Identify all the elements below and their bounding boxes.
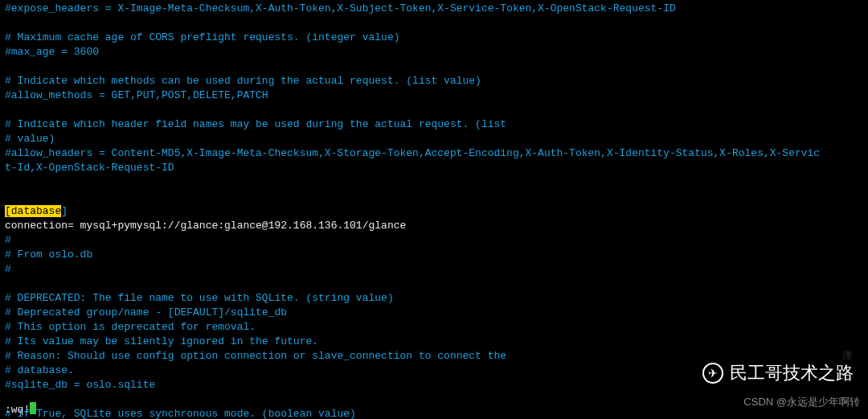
code-line[interactable]: # — [5, 262, 863, 277]
code-line[interactable]: #max_age = 3600 — [5, 45, 863, 60]
code-line[interactable]: # — [5, 233, 863, 248]
bracket-close: ] — [61, 205, 68, 217]
code-line[interactable] — [5, 175, 863, 190]
watermark-main: ✈ 民工哥技术之路 — [702, 363, 854, 384]
code-line[interactable]: # If True, SQLite uses synchronous mode.… — [5, 407, 863, 419]
code-line[interactable]: # DEPRECATED: The file name to use with … — [5, 291, 863, 306]
vim-command-line[interactable]: :wq! — [5, 402, 36, 417]
code-line[interactable]: # This option is deprecated for removal. — [5, 320, 863, 335]
watermark-sub: CSDN @永远是少年啊转 — [743, 395, 860, 409]
code-line[interactable] — [5, 16, 863, 31]
editor-content-top[interactable]: #expose_headers = X-Image-Meta-Checksum,… — [5, 2, 863, 204]
code-line[interactable] — [5, 392, 863, 407]
cursor-block-icon — [30, 402, 36, 414]
code-line[interactable] — [5, 60, 863, 74]
code-line[interactable]: # value) — [5, 132, 863, 146]
watermark-faint: 漂 — [842, 348, 852, 363]
code-line[interactable]: t-Id,X-OpenStack-Request-ID — [5, 161, 863, 175]
code-line[interactable] — [5, 190, 863, 204]
code-line[interactable]: # From oslo.db — [5, 248, 863, 262]
code-line[interactable]: #allow_methods = GET,PUT,POST,DELETE,PAT… — [5, 88, 863, 103]
code-line[interactable]: # Maximum cache age of CORS preflight re… — [5, 31, 863, 45]
code-line[interactable]: #expose_headers = X-Image-Meta-Checksum,… — [5, 2, 863, 16]
code-line[interactable]: #allow_headers = Content-MD5,X-Image-Met… — [5, 146, 863, 161]
code-line[interactable]: # Deprecated group/name - [DEFAULT]/sqli… — [5, 306, 863, 320]
code-line[interactable] — [5, 277, 863, 291]
code-line[interactable]: connection= mysql+pymysql://glance:glanc… — [5, 219, 863, 233]
section-name: database — [11, 205, 61, 217]
vim-command-text: :wq! — [5, 404, 30, 416]
code-line[interactable]: # Its value may be silently ignored in t… — [5, 335, 863, 349]
code-line[interactable]: # Indicate which header field names may … — [5, 117, 863, 132]
editor-content-bottom[interactable]: connection= mysql+pymysql://glance:glanc… — [5, 219, 863, 419]
wechat-icon: ✈ — [702, 363, 723, 384]
section-header-line[interactable]: [database] — [5, 204, 863, 219]
code-line[interactable]: # Indicate which methods can be used dur… — [5, 74, 863, 88]
code-line[interactable]: # Reason: Should use config option conne… — [5, 349, 863, 364]
code-line[interactable] — [5, 103, 863, 117]
bracket-open: [ — [5, 205, 11, 217]
watermark-main-text: 民工哥技术之路 — [730, 366, 854, 380]
